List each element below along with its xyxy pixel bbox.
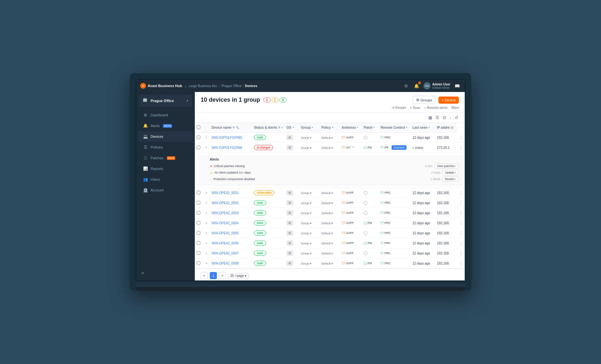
policy-select[interactable]: Default ▾: [321, 191, 333, 195]
row-checkbox[interactable]: [197, 261, 200, 265]
collapse-button[interactable]: «: [140, 268, 192, 277]
policy-select[interactable]: Default ▾: [321, 252, 333, 255]
group-select[interactable]: Group ▾: [301, 232, 312, 235]
expand-row-button[interactable]: +: [205, 221, 207, 225]
group-select[interactable]: Group ▾: [301, 262, 312, 265]
breadcrumb-office[interactable]: Prague Office: [221, 84, 241, 88]
status-filter-icon[interactable]: ▾: [281, 126, 283, 129]
group-select[interactable]: Group ▾: [301, 146, 312, 150]
device-name-link[interactable]: WIN-OPE42_0001: [212, 191, 239, 195]
device-name-link[interactable]: WIN-OPE42_0005: [212, 231, 239, 235]
filter-icon[interactable]: 🔍: [236, 126, 239, 129]
expand-row-button[interactable]: +: [205, 261, 207, 265]
expand-row-button[interactable]: +: [205, 201, 207, 205]
group-select[interactable]: Group ▾: [301, 191, 312, 195]
patch-filter-icon[interactable]: ▾: [373, 126, 375, 129]
prev-page-button[interactable]: <: [201, 272, 208, 279]
sidebar-item-account[interactable]: 🏦 Account: [138, 185, 193, 195]
row-checkbox[interactable]: [197, 251, 200, 255]
row-checkbox[interactable]: [197, 241, 200, 245]
seen-filter-icon[interactable]: ▾: [428, 126, 430, 129]
policy-select[interactable]: Default ▾: [321, 212, 333, 215]
expand-row-button[interactable]: +: [205, 251, 207, 255]
device-name-link[interactable]: WIN-O3POLFGIZMA: [212, 146, 242, 150]
notification-icon[interactable]: 🔔: [413, 82, 420, 89]
settings-icon[interactable]: ⚙: [403, 82, 410, 89]
th-status[interactable]: Status & Alerts ⇅ ▾: [252, 123, 285, 133]
th-group[interactable]: Group ▾: [299, 123, 319, 133]
th-os[interactable]: OS ▾: [285, 123, 299, 133]
office-selector[interactable]: 🏢 Prague Office ▾: [139, 95, 192, 107]
row-more-button[interactable]: ⋮: [459, 251, 463, 255]
row-checkbox[interactable]: [197, 201, 200, 204]
sidebar-item-reports[interactable]: 📊 Reports: [138, 163, 193, 174]
group-select[interactable]: Group ▾: [301, 252, 312, 255]
expand-row-button[interactable]: +: [205, 241, 207, 245]
row-checkbox[interactable]: [197, 136, 200, 139]
more-button[interactable]: More: [451, 106, 459, 110]
row-more-button[interactable]: ⋮: [459, 241, 463, 245]
av-filter-icon[interactable]: ▾: [357, 126, 358, 129]
row-more-button[interactable]: ⋮: [459, 145, 463, 150]
remote-filter-icon[interactable]: ▾: [406, 126, 407, 129]
expand-row-button[interactable]: +: [205, 146, 207, 150]
refresh-icon[interactable]: ↺: [454, 114, 459, 121]
th-policy[interactable]: Policy ▾: [319, 123, 340, 133]
row-more-button[interactable]: ⋮: [459, 221, 463, 225]
group-filter-icon[interactable]: ▾: [312, 126, 313, 129]
breadcrumb-account[interactable]: Large Business Acc.: [189, 84, 218, 88]
group-select[interactable]: Group ▾: [301, 242, 312, 245]
group-select[interactable]: Group ▾: [301, 136, 312, 139]
group-select[interactable]: Group ▾: [301, 222, 312, 225]
policy-select[interactable]: Default ▾: [321, 202, 333, 205]
policy-select[interactable]: Default ▾: [321, 262, 333, 265]
expand-row-button[interactable]: +: [205, 231, 207, 235]
row-checkbox[interactable]: [197, 221, 200, 225]
policy-select[interactable]: Default ▾: [321, 222, 333, 225]
sidebar-item-policies[interactable]: ☰ Policies: [138, 142, 193, 152]
sidebar-item-alerts[interactable]: 🔔 Alerts BETA: [138, 121, 193, 131]
policy-select[interactable]: Default ▾: [321, 136, 333, 139]
device-name-link[interactable]: WIN-OPE42_0007: [212, 252, 239, 255]
group-select[interactable]: Group ▾: [301, 212, 312, 215]
expand-row-button[interactable]: +: [205, 136, 207, 139]
groups-button[interactable]: ⊞ Groups: [413, 96, 436, 104]
expand-row-button[interactable]: +: [205, 191, 207, 195]
row-more-button[interactable]: ⋮: [459, 211, 463, 215]
view-list-icon[interactable]: ☰: [435, 114, 440, 121]
alert-action-button[interactable]: View patches ▾: [434, 163, 459, 169]
row-more-button[interactable]: ⋮: [459, 135, 463, 140]
sidebar-item-patches[interactable]: ⬡ Patches NEW: [138, 153, 193, 163]
device-name-link[interactable]: WIN-OPE42_0002: [212, 201, 239, 205]
th-patch[interactable]: Patch ▾: [362, 123, 379, 133]
per-page-select[interactable]: 25 / page ▾: [228, 273, 249, 279]
page-1-button[interactable]: 1: [210, 272, 217, 279]
row-more-button[interactable]: ⋮: [459, 261, 463, 266]
os-filter-icon[interactable]: ▾: [292, 126, 294, 129]
add-device-button[interactable]: + Device: [438, 97, 459, 104]
row-more-button[interactable]: ⋮: [459, 190, 463, 195]
th-remote[interactable]: Remote Control ▾: [379, 123, 410, 133]
th-device-name[interactable]: Device name ⇅ 🔍: [210, 123, 252, 133]
device-name-link[interactable]: WIN-OPE42_0008: [212, 262, 239, 265]
policy-filter-icon[interactable]: ▾: [332, 126, 333, 129]
device-name-link[interactable]: WIN-OPE42_0004: [212, 221, 239, 225]
sidebar-item-devices[interactable]: 💻 Devices: [138, 131, 193, 142]
group-select[interactable]: Group ▾: [301, 202, 312, 205]
connect-button[interactable]: Connect: [392, 145, 407, 150]
view-grid-icon[interactable]: ▦: [428, 114, 433, 121]
device-name-link[interactable]: WIN-O3POLFGIPMS: [212, 136, 242, 139]
select-all-checkbox[interactable]: [197, 125, 200, 129]
download-icon[interactable]: ↓: [449, 114, 452, 121]
th-last-seen[interactable]: Last seen ▾: [410, 123, 435, 133]
sidebar-item-dashboard[interactable]: ⊞ Dashboard: [138, 110, 193, 120]
row-more-button[interactable]: ⋮: [459, 231, 463, 235]
device-name-link[interactable]: WIN-OPE42_0003: [212, 211, 239, 215]
row-more-button[interactable]: ⋮: [459, 201, 463, 205]
device-name-link[interactable]: WIN-OPE42_0006: [212, 241, 239, 245]
row-checkbox[interactable]: [197, 146, 200, 149]
scan-button[interactable]: + Scan: [410, 106, 420, 110]
columns-icon[interactable]: ⊟: [442, 114, 447, 121]
resolve-alerts-button[interactable]: ○ Resolve alerts: [424, 106, 447, 110]
row-checkbox[interactable]: [197, 211, 200, 214]
